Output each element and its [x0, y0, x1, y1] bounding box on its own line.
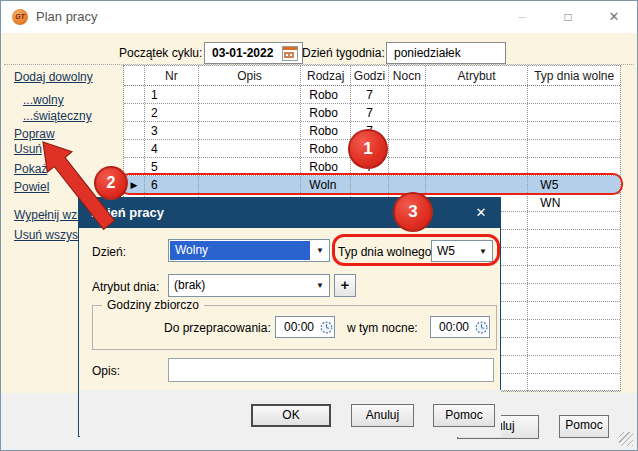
cell-typ — [528, 212, 620, 229]
night-hours-value: 00:00 — [439, 320, 469, 334]
work-hours-value: 00:00 — [284, 320, 314, 334]
clock-icon[interactable] — [320, 321, 333, 334]
weekday-label: Dzień tygodnia: — [302, 46, 385, 60]
cell-typ — [528, 248, 620, 265]
sidebar-link-6[interactable]: Powiel — [14, 180, 49, 194]
cell-opis — [199, 104, 302, 121]
column-header-Godzi[interactable]: Godzi — [351, 66, 389, 85]
cell-typ — [528, 266, 620, 283]
app-logo-icon: GT — [12, 9, 28, 25]
cell-nr: 2 — [145, 104, 199, 121]
maximize-button[interactable]: □ — [545, 1, 591, 33]
sidebar-link-1[interactable]: ...wolny — [23, 93, 64, 107]
cycle-start-label: Początek cyklu: — [119, 46, 202, 60]
cell-typ — [528, 338, 620, 355]
cell-rodzaj: Robo — [301, 122, 351, 139]
cancel-button[interactable]: Anuluj — [351, 404, 414, 427]
description-input[interactable] — [168, 358, 494, 382]
description-label: Opis: — [92, 364, 120, 378]
hours-groupbox: Godziny zbiorczo Do przepracowania: 00:0… — [92, 305, 497, 350]
annotation-badge-1: 1 — [348, 129, 388, 169]
work-hours-label: Do przepracowania: — [164, 321, 271, 335]
sidebar-link-3[interactable]: Popraw — [14, 127, 55, 141]
table-row-2[interactable]: 2Robo7 — [124, 104, 620, 122]
close-button[interactable]: ✕ — [591, 1, 637, 33]
cell-marker — [124, 104, 145, 121]
chevron-down-icon[interactable]: ▼ — [311, 240, 329, 261]
cell-typ — [528, 104, 620, 121]
window-title: Plan pracy — [36, 9, 97, 24]
annotation-badge-2: 2 — [94, 166, 128, 200]
cell-opis — [199, 86, 302, 103]
cell-typ — [528, 374, 620, 391]
work-hours-field[interactable]: 00:00 — [275, 316, 335, 338]
sidebar-link-0[interactable]: Dodaj dowolny — [14, 70, 93, 84]
cell-nocn — [389, 140, 426, 157]
dialog-close-icon[interactable]: ✕ — [470, 204, 492, 222]
attribute-combobox[interactable]: (brak) ▼ — [168, 274, 330, 297]
sidebar-link-2[interactable]: ...świąteczny — [23, 109, 92, 123]
minimize-button[interactable]: – — [499, 1, 545, 33]
chevron-down-icon[interactable]: ▼ — [311, 275, 329, 296]
night-hours-field[interactable]: 00:00 — [430, 316, 490, 338]
column-header-Rodzaj[interactable]: Rodzaj — [301, 66, 351, 85]
day-value: Wolny — [170, 241, 310, 260]
annotation-badge-3: 3 — [393, 192, 433, 232]
weekday-input[interactable]: poniedziałek — [386, 42, 506, 64]
column-header-Nocn[interactable]: Nocn — [389, 66, 426, 85]
cell-nocn — [389, 122, 426, 139]
cell-rodzaj: Robo — [301, 104, 351, 121]
dzien-pracy-dialog: Dzień pracy ✕ Dzień: Wolny ▼ Typ dnia wo… — [78, 197, 501, 437]
cell-atrybut — [426, 122, 529, 139]
attribute-value: (brak) — [169, 275, 311, 296]
calendar-icon[interactable] — [282, 46, 298, 61]
annotation-row-highlight — [119, 173, 623, 195]
day-combobox[interactable]: Wolny ▼ — [168, 239, 330, 262]
cell-rodzaj: Robo — [301, 140, 351, 157]
cell-godzi: 7 — [351, 104, 389, 121]
sidebar-link-8[interactable]: Usuń wszystk — [14, 228, 87, 242]
cell-typ — [528, 230, 620, 247]
cell-nr: 4 — [145, 140, 199, 157]
clock-icon[interactable] — [475, 321, 488, 334]
sidebar-link-5[interactable]: Pokaż — [14, 162, 47, 176]
hours-group-title: Godziny zbiorczo — [102, 298, 204, 312]
column-header-Opis[interactable]: Opis — [199, 66, 302, 85]
column-header-marker[interactable] — [124, 66, 145, 85]
cycle-start-input[interactable]: 03-01-2022 — [204, 42, 303, 64]
cell-marker — [124, 122, 145, 139]
ok-button[interactable]: OK — [251, 404, 331, 427]
column-header-Nr[interactable]: Nr — [145, 66, 199, 85]
cell-marker — [124, 86, 145, 103]
cell-atrybut — [426, 140, 529, 157]
cycle-start-value: 03-01-2022 — [212, 46, 273, 60]
cell-typ — [528, 302, 620, 319]
cell-rodzaj: Robo — [301, 86, 351, 103]
cell-marker — [124, 140, 145, 157]
resize-grip[interactable] — [619, 432, 633, 446]
attribute-label: Atrybut dnia: — [92, 280, 159, 294]
cell-opis — [199, 140, 302, 157]
cell-nocn — [389, 86, 426, 103]
table-header-row: NrOpisRodzajGodziNocnAtrybutTyp dnia wol… — [124, 66, 620, 86]
sidebar-link-4[interactable]: Usuń — [14, 142, 42, 156]
dialog-titlebar[interactable]: Dzień pracy ✕ — [79, 198, 500, 228]
cell-typ — [528, 140, 620, 157]
cell-opis — [199, 122, 302, 139]
day-label: Dzień: — [92, 245, 126, 259]
annotation-combo-highlight — [332, 234, 500, 266]
table-row-1[interactable]: 1Robo7 — [124, 86, 620, 104]
plan-pracy-window: GT Plan pracy – □ ✕ Początek cyklu: 03-0… — [0, 0, 638, 451]
weekday-value: poniedziałek — [394, 46, 461, 60]
main-help-button[interactable]: Pomoc — [559, 415, 609, 438]
column-header-Typ dnia wolne[interactable]: Typ dnia wolne — [528, 66, 620, 85]
cell-typ: WN — [528, 194, 620, 211]
dialog-title: Dzień pracy — [91, 205, 164, 220]
column-header-Atrybut[interactable]: Atrybut — [426, 66, 529, 85]
help-button[interactable]: Pomoc — [433, 404, 495, 427]
add-attribute-button[interactable]: + — [334, 274, 356, 297]
cell-atrybut — [426, 104, 529, 121]
sidebar-link-7[interactable]: Wypełnij wzo — [14, 208, 84, 222]
window-titlebar[interactable]: GT Plan pracy – □ ✕ — [1, 1, 637, 33]
cell-nr: 1 — [145, 86, 199, 103]
